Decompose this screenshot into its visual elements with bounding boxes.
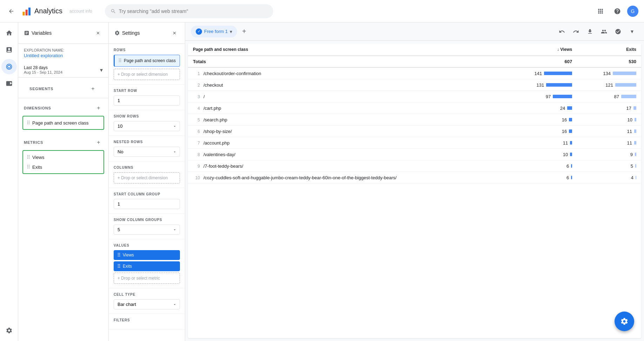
drop-dimension-2[interactable]: + Drop or select dimension	[114, 172, 180, 183]
settings-header: Settings ✕	[109, 22, 185, 44]
advertising-icon[interactable]	[1, 76, 17, 91]
table-row: 3/9787	[188, 91, 641, 102]
col-header-exits[interactable]: Exits	[577, 44, 641, 56]
settings-panel: Settings ✕ ROWS ⠿ Page path and screen c…	[109, 22, 185, 341]
explore-icon[interactable]	[1, 59, 17, 74]
path-value[interactable]: /account.php	[203, 140, 229, 146]
start-row-input[interactable]	[114, 95, 180, 106]
cell-path: 8/valentines-day/	[188, 149, 506, 160]
search-bar[interactable]	[105, 4, 273, 18]
cell-exits: 11	[577, 137, 641, 149]
table-row: 7/account.php1111	[188, 137, 641, 149]
value-item-exits[interactable]: ⠿ Exits	[114, 261, 180, 271]
dimensions-section: DIMENSIONS + ⠿ Page path and screen clas…	[18, 98, 108, 133]
back-button[interactable]	[6, 6, 17, 17]
variables-close-button[interactable]: ✕	[93, 28, 103, 38]
dimension-item-page-path[interactable]: ⠿ Page path and screen class	[27, 119, 100, 127]
undo-button[interactable]	[556, 25, 568, 38]
data-table: Page path and screen class ↓ Views Exits…	[188, 44, 641, 183]
show-rows-select[interactable]: 10 25 50	[114, 121, 180, 131]
path-value[interactable]: /checkout/order-confirmation	[203, 71, 261, 76]
cell-exits: 17	[577, 102, 641, 114]
show-columns-select[interactable]: 5 10	[114, 225, 180, 235]
help-icon[interactable]	[610, 4, 624, 18]
date-range-chevron[interactable]: ▾	[100, 67, 103, 73]
fab-button[interactable]	[615, 312, 634, 331]
cell-exits: 10	[577, 114, 641, 126]
path-value[interactable]: /checkout	[203, 82, 223, 88]
cell-path: 5/search.php	[188, 114, 506, 126]
cell-exits: 5	[577, 160, 641, 172]
path-value[interactable]: /7-foot-teddy-bears/	[203, 163, 243, 169]
cell-views: 141	[506, 67, 577, 79]
start-column-input[interactable]	[114, 199, 180, 209]
show-columns-section: SHOW COLUMN GROUPS 5 10	[109, 214, 185, 239]
drag-handle-views: ⠿	[27, 154, 29, 160]
cell-path: 9/7-foot-teddy-bears/	[188, 160, 506, 172]
value-item-views[interactable]: ⠿ Views	[114, 250, 180, 260]
fab-icon	[620, 317, 629, 326]
nested-rows-select[interactable]: No Yes	[114, 147, 180, 157]
exploration-name-value[interactable]: Untitled exploration	[24, 53, 103, 58]
row-dimension-item[interactable]: ⠿ Page path and screen class	[114, 55, 180, 67]
rows-section: ROWS ⠿ Page path and screen class + Drop…	[109, 44, 185, 85]
main-content: ✓ Free form 1 ▾ + ▾	[185, 22, 644, 341]
more-options-button[interactable]: ▾	[626, 25, 638, 38]
avatar[interactable]: G	[627, 6, 638, 17]
col-header-dimension[interactable]: Page path and screen class	[188, 44, 506, 56]
cell-views: 16	[506, 126, 577, 137]
columns-section: COLUMNS + Drop or select dimension	[109, 161, 185, 188]
cell-type-select[interactable]: Bar chart Plain text Heat map	[114, 299, 180, 309]
dimensions-box: ⠿ Page path and screen class	[22, 116, 104, 130]
download-button[interactable]	[584, 25, 596, 38]
share-button[interactable]	[598, 25, 610, 38]
add-metric-button[interactable]: +	[94, 138, 103, 147]
tab-free-form-1[interactable]: ✓ Free form 1 ▾	[191, 26, 237, 38]
drop-dimension-1[interactable]: + Drop or select dimension	[114, 69, 180, 80]
add-segment-button[interactable]: +	[89, 85, 97, 93]
segments-header: SEGMENTS +	[24, 80, 103, 95]
variables-icon	[24, 30, 29, 36]
search-input[interactable]	[119, 8, 268, 14]
settings-close-button[interactable]: ✕	[169, 28, 179, 38]
cell-views: 6	[506, 172, 577, 183]
metric-item-exits[interactable]: ⠿ Exits	[23, 162, 103, 172]
metrics-section: METRICS + ⠿ Views ⠿ Exits	[18, 133, 108, 178]
redo-button[interactable]	[570, 25, 582, 38]
path-value[interactable]: /	[203, 94, 205, 99]
col-header-views[interactable]: ↓ Views	[506, 44, 577, 56]
add-dimension-button[interactable]: +	[94, 104, 103, 112]
drop-metric[interactable]: + Drop or select metric	[114, 273, 180, 284]
apps-icon[interactable]	[593, 4, 608, 18]
tab-dropdown-arrow[interactable]: ▾	[230, 29, 232, 34]
path-value[interactable]: /valentines-day/	[203, 152, 235, 157]
path-value[interactable]: /cart.php	[203, 106, 221, 111]
totals-row: Totals 607 530	[188, 56, 641, 67]
svg-rect-0	[23, 12, 25, 15]
start-column-section: START COLUMN GROUP	[109, 188, 185, 214]
nav-account: account info	[67, 9, 95, 14]
analytics-logo	[21, 6, 32, 16]
home-icon[interactable]	[1, 25, 17, 41]
nav-right: G	[593, 4, 638, 18]
nested-rows-section: NESTED ROWS No Yes	[109, 136, 185, 161]
table-row: 8/valentines-day/109	[188, 149, 641, 160]
add-tab-button[interactable]: +	[239, 26, 250, 37]
path-value[interactable]: /search.php	[203, 117, 227, 122]
metric-item-views[interactable]: ⠿ Views	[23, 152, 103, 162]
drag-handle: ⠿	[27, 120, 29, 126]
cell-exits: 4	[577, 172, 641, 183]
reports-icon[interactable]	[1, 42, 17, 58]
svg-rect-2	[28, 7, 31, 15]
cell-path: 4/cart.php	[188, 102, 506, 114]
cell-exits: 9	[577, 149, 641, 160]
totals-exits: 530	[577, 56, 641, 67]
cell-views: 24	[506, 102, 577, 114]
path-value[interactable]: /shop-by-size/	[203, 129, 232, 134]
settings-sidebar-icon[interactable]	[1, 323, 17, 338]
check-circle-button[interactable]	[612, 25, 624, 38]
date-range-value: Aug 15 - Sep 11, 2024	[24, 70, 62, 74]
variables-panel: Variables ✕ EXPLORATION NAME: Untitled e…	[18, 22, 109, 341]
path-value[interactable]: /cozy-cuddles-soft-and-huggable-jumbo-cr…	[203, 175, 397, 180]
table-row: 4/cart.php2417	[188, 102, 641, 114]
